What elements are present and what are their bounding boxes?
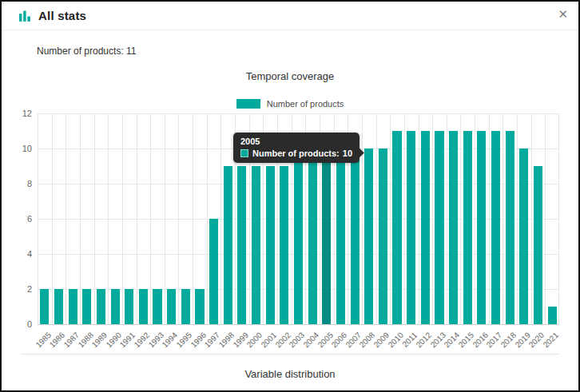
tooltip-year: 2005: [240, 137, 352, 146]
x-gridline: [193, 113, 193, 324]
chart-title: Temporal coverage: [2, 70, 578, 82]
x-gridline: [207, 113, 208, 324]
section-divider: [21, 354, 559, 354]
y-tick-label: 8: [2, 179, 32, 188]
x-gridline: [150, 113, 151, 324]
bar-2005[interactable]: [322, 148, 331, 324]
bar-1997[interactable]: [209, 219, 218, 324]
next-section-title: Variable distribution: [2, 368, 578, 380]
y-gridline: [38, 113, 559, 114]
x-gridline: [390, 113, 391, 324]
x-gridline: [108, 113, 109, 324]
tooltip-series-line: Number of products: 10: [240, 148, 352, 158]
stats-icon: [18, 10, 31, 22]
x-gridline: [404, 113, 405, 324]
bar-2018[interactable]: [506, 131, 514, 324]
bar-2012[interactable]: [421, 131, 430, 324]
x-gridline: [80, 113, 81, 324]
y-tick-label: 6: [2, 214, 32, 224]
dialog-title: All stats: [38, 9, 86, 22]
x-gridline: [178, 113, 179, 324]
bar-2009[interactable]: [379, 148, 387, 324]
x-gridline: [489, 113, 490, 324]
bar-2000[interactable]: [252, 166, 260, 324]
y-tick-label: 12: [2, 109, 32, 118]
x-gridline: [545, 113, 546, 324]
dialog-header: All stats ✕: [2, 2, 578, 30]
all-stats-dialog: All stats ✕ Number of products: 11 Tempo…: [0, 0, 580, 392]
close-icon[interactable]: ✕: [558, 8, 568, 20]
bar-2021[interactable]: [548, 307, 557, 324]
y-tick-label: 0: [2, 319, 32, 329]
bar-2011[interactable]: [407, 131, 415, 324]
x-gridline: [517, 113, 518, 324]
bar-1993[interactable]: [153, 289, 161, 324]
bar-2017[interactable]: [491, 131, 500, 324]
y-tick-label: 10: [2, 144, 32, 153]
bar-2001[interactable]: [266, 166, 275, 324]
bar-2008[interactable]: [364, 148, 373, 324]
bar-2006[interactable]: [336, 148, 345, 324]
y-tick-label: 2: [2, 284, 32, 294]
tooltip-label: Number of products:: [252, 148, 340, 158]
x-gridline: [432, 113, 433, 324]
bar-2007[interactable]: [351, 148, 360, 324]
x-gridline: [558, 113, 559, 324]
tooltip-series-swatch: [240, 149, 248, 157]
bar-1992[interactable]: [139, 289, 148, 324]
bar-2019[interactable]: [519, 148, 528, 324]
legend-label: Number of products: [267, 99, 344, 109]
legend-item[interactable]: Number of products: [2, 99, 578, 109]
bar-2016[interactable]: [477, 131, 486, 324]
x-gridline: [137, 113, 137, 324]
x-gridline: [460, 113, 461, 324]
bar-1996[interactable]: [195, 289, 204, 324]
bar-2014[interactable]: [449, 131, 458, 324]
x-tick-label: 1998: [217, 331, 236, 350]
tooltip-value: 10: [343, 148, 352, 158]
x-gridline: [531, 113, 532, 324]
x-gridline: [94, 113, 95, 324]
y-tick-label: 4: [2, 249, 32, 259]
bar-2004[interactable]: [308, 148, 317, 324]
bar-2003[interactable]: [294, 148, 303, 324]
bar-2015[interactable]: [463, 131, 472, 324]
x-tick-label: 2018: [499, 331, 518, 350]
bar-1988[interactable]: [82, 289, 91, 324]
bar-1998[interactable]: [224, 166, 232, 324]
tooltip: 2005 Number of products: 10: [233, 133, 360, 163]
bar-2010[interactable]: [392, 131, 401, 324]
x-gridline: [165, 113, 165, 324]
x-gridline: [447, 113, 447, 324]
x-gridline: [122, 113, 123, 324]
x-tick-label: 2021: [541, 331, 560, 350]
bar-1987[interactable]: [69, 289, 77, 324]
products-count-text: Number of products: 11: [37, 46, 137, 57]
x-gridline: [475, 113, 475, 324]
legend-swatch: [236, 99, 260, 109]
x-gridline: [66, 113, 66, 324]
bar-2020[interactable]: [534, 166, 542, 324]
bar-1994[interactable]: [167, 289, 176, 324]
x-gridline: [220, 113, 221, 324]
x-gridline: [38, 113, 38, 324]
bar-1985[interactable]: [40, 289, 49, 324]
bar-1991[interactable]: [125, 289, 133, 324]
bar-1989[interactable]: [97, 289, 105, 324]
x-gridline: [52, 113, 53, 324]
bar-1990[interactable]: [111, 289, 120, 324]
x-tick-label: 1987: [62, 331, 81, 350]
x-tick-label: 2001: [259, 331, 278, 350]
bar-2013[interactable]: [435, 131, 443, 324]
x-gridline: [503, 113, 503, 324]
x-gridline: [376, 113, 377, 324]
bar-1986[interactable]: [54, 289, 63, 324]
x-gridline: [419, 113, 419, 324]
bar-1995[interactable]: [181, 289, 190, 324]
bar-1999[interactable]: [237, 166, 246, 324]
x-tick-label: 2004: [301, 331, 320, 350]
bar-2002[interactable]: [280, 166, 288, 324]
x-gridline: [362, 113, 363, 324]
